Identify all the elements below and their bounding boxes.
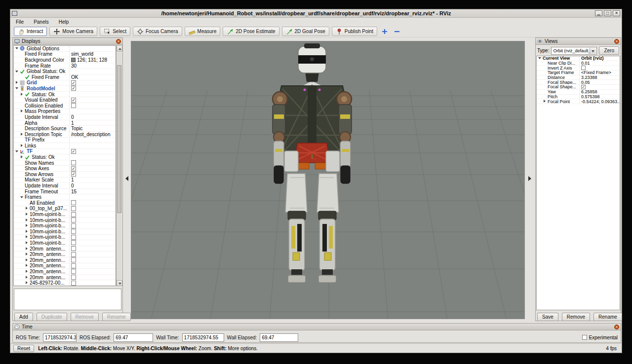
titlebar[interactable]: /home/newtonjeri/Humanoid_Robot_ws/insta… xyxy=(10,9,622,18)
property-row-marker-scale[interactable]: Marker Scale1 xyxy=(14,178,116,183)
checkbox-unchecked[interactable] xyxy=(71,103,76,108)
views-rename-button[interactable]: Rename xyxy=(593,313,622,321)
expander-closed-icon[interactable] xyxy=(25,269,30,274)
property-row-current-view[interactable]: Current ViewOrbit (rviz) xyxy=(537,56,620,61)
property-value[interactable]: 6.25858 xyxy=(581,90,597,94)
checkbox-unchecked[interactable] xyxy=(581,66,586,70)
property-row-collision-enabled[interactable]: Collision Enabled xyxy=(14,103,116,109)
property-row-frame-timeout[interactable]: Frame Timeout15 xyxy=(14,189,116,195)
checkbox-checked[interactable]: ✓ xyxy=(581,85,586,89)
tool-2d-goal-pose-button[interactable]: 2D Goal Pose xyxy=(282,27,329,36)
zero-button[interactable]: Zero xyxy=(599,46,619,55)
property-row-fixed-frame[interactable]: Fixed Framesim_world xyxy=(14,52,116,58)
property-value[interactable]: 1 xyxy=(71,120,74,126)
expander-closed-icon[interactable] xyxy=(25,223,30,228)
property-row-invert-z-axis[interactable]: Invert Z Axis xyxy=(537,66,620,71)
checkbox-unchecked[interactable] xyxy=(71,257,76,262)
minimize-button[interactable]: ▁ xyxy=(595,10,602,16)
checkbox-checked[interactable]: ✓ xyxy=(71,86,76,91)
property-row-show-axes[interactable]: Show Axes✓ xyxy=(14,166,116,172)
property-value[interactable]: 0 xyxy=(71,114,74,120)
checkbox-unchecked[interactable] xyxy=(71,281,76,286)
expander-closed-icon[interactable] xyxy=(25,280,30,286)
property-row-global-options[interactable]: Global Options xyxy=(14,46,116,52)
property-value[interactable]: Topic xyxy=(71,126,82,131)
property-row-20mm-antenn[interactable]: 20mm_antenn... xyxy=(14,275,116,281)
expander-closed-icon[interactable] xyxy=(15,80,20,86)
expander-open-icon[interactable] xyxy=(15,86,20,91)
tool-move-camera-button[interactable]: Move Camera xyxy=(49,27,97,36)
property-row-show-arrows[interactable]: Show Arrows✓ xyxy=(14,172,116,178)
checkbox-unchecked[interactable] xyxy=(71,212,76,217)
expander-closed-icon[interactable] xyxy=(20,154,25,160)
checkbox-checked[interactable]: ✓ xyxy=(71,98,76,103)
tool-measure-button[interactable]: Measure xyxy=(185,27,221,36)
property-value[interactable]: sim_world xyxy=(71,52,93,57)
checkbox-unchecked[interactable] xyxy=(71,235,76,240)
views-save-button[interactable]: Save xyxy=(537,313,558,321)
displays-add-button[interactable]: Add xyxy=(14,313,33,321)
expander-open-icon[interactable] xyxy=(20,194,25,200)
property-value[interactable]: 30 xyxy=(71,63,77,69)
expander-closed-icon[interactable] xyxy=(25,229,30,234)
checkbox-unchecked[interactable] xyxy=(71,252,76,257)
reset-button[interactable]: Reset xyxy=(13,345,34,352)
property-value[interactable]: 3.23388 xyxy=(581,75,597,80)
property-value[interactable]: 126; 131; 128 xyxy=(77,57,107,63)
add-tool-button[interactable] xyxy=(380,27,390,36)
remove-tool-button[interactable] xyxy=(392,27,402,36)
property-row-fixed-frame[interactable]: Fixed FrameOK xyxy=(14,74,116,80)
expander-closed-icon[interactable] xyxy=(25,263,30,269)
expander-closed-icon[interactable] xyxy=(20,132,25,137)
expander-closed-icon[interactable] xyxy=(25,235,30,240)
displays-close-icon[interactable]: ✕ xyxy=(116,39,121,44)
property-row-20mm-antenn[interactable]: 20mm_antenn... xyxy=(14,246,116,252)
property-row-pitch[interactable]: Pitch0.575398 xyxy=(537,95,620,100)
property-value[interactable]: OK xyxy=(71,74,78,80)
wall-elapsed-input[interactable]: 69.47 xyxy=(260,333,298,342)
menu-help[interactable]: Help xyxy=(58,19,70,25)
expander-closed-icon[interactable] xyxy=(25,246,30,252)
property-row-frames[interactable]: Frames xyxy=(14,194,116,200)
checkbox-unchecked[interactable] xyxy=(71,223,76,228)
property-row-00-top-lvl-p37[interactable]: 00_top_lvl_p37... xyxy=(14,206,116,212)
property-row-245-82972-00[interactable]: 245-82972-00... xyxy=(14,280,116,286)
property-row-tf-prefix[interactable]: TF Prefix xyxy=(14,138,116,144)
property-row-10mm-ujoint-b[interactable]: 10mm-ujoint-b... xyxy=(14,218,116,223)
checkbox-unchecked[interactable] xyxy=(71,269,76,274)
menu-panels[interactable]: Panels xyxy=(33,19,50,25)
property-row-20mm-antenn[interactable]: 20mm_antenn... xyxy=(14,252,116,257)
expander-open-icon[interactable] xyxy=(15,46,20,51)
property-row-grid[interactable]: Grid✓ xyxy=(14,80,116,86)
property-row-global-status-ok[interactable]: Global Status: Ok xyxy=(14,69,116,74)
views-remove-button[interactable]: Remove xyxy=(562,313,590,321)
displays-scrollbar[interactable] xyxy=(116,45,122,286)
property-row-20mm-antenn[interactable]: 20mm_antenn... xyxy=(14,257,116,263)
checkbox-unchecked[interactable] xyxy=(71,218,76,222)
property-value[interactable]: 0 xyxy=(71,183,74,188)
expander-open-icon[interactable] xyxy=(15,69,20,74)
expander-closed-icon[interactable] xyxy=(20,109,25,114)
experimental-option[interactable]: Experimental xyxy=(582,335,618,340)
ros-elapsed-input[interactable]: 69.47 xyxy=(114,333,153,342)
property-value[interactable]: -0.54224; 0.09363... xyxy=(581,99,620,104)
expander-closed-icon[interactable] xyxy=(25,257,30,263)
property-row-20mm-antenn[interactable]: 20mm_antenn... xyxy=(14,269,116,275)
property-value[interactable]: 0.575398 xyxy=(581,95,600,99)
property-row-status-ok[interactable]: Status: Ok xyxy=(14,154,116,160)
render-view[interactable] xyxy=(131,41,525,319)
expander-closed-icon[interactable] xyxy=(25,212,30,217)
property-row-near-clip-di[interactable]: Near Clip Di...0.01 xyxy=(537,61,620,66)
wall-time-input[interactable]: 1718532974.55 xyxy=(182,333,224,342)
property-row-distance[interactable]: Distance3.23388 xyxy=(537,75,620,80)
property-row-20mm-antenn[interactable]: 20mm_antenn... xyxy=(14,263,116,269)
time-close-icon[interactable]: ✕ xyxy=(614,325,619,329)
tool-interact-button[interactable]: Interact xyxy=(14,27,47,36)
expander-closed-icon[interactable] xyxy=(20,92,25,97)
property-row-status-ok[interactable]: Status: Ok xyxy=(14,92,116,98)
checkbox-unchecked[interactable] xyxy=(71,229,76,234)
property-row-10mm-ujoint-b[interactable]: 10mm-ujoint-b... xyxy=(14,212,116,218)
menu-file[interactable]: File xyxy=(15,19,25,25)
property-row-frame-rate[interactable]: Frame Rate30 xyxy=(14,63,116,69)
checkbox-checked[interactable]: ✓ xyxy=(71,80,76,85)
